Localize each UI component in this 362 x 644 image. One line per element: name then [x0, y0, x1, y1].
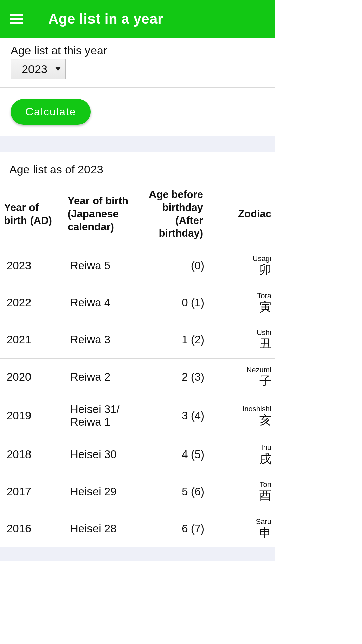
cell-zodiac: Ushi丑 — [208, 321, 275, 359]
zodiac-en: Inu — [215, 443, 272, 451]
year-select-value: 2023 — [22, 63, 47, 76]
cell-ad: 2021 — [0, 321, 64, 359]
col-header-zodiac: Zodiac — [208, 182, 275, 247]
cell-ad: 2018 — [0, 436, 64, 473]
cell-zodiac: Tora寅 — [208, 284, 275, 321]
section-gap — [0, 136, 275, 152]
zodiac-en: Saru — [215, 518, 272, 526]
app-bar: Age list in a year — [0, 0, 275, 38]
cell-age: 4 (5) — [134, 436, 208, 473]
age-table: Year of birth (AD) Year of birth (Japane… — [0, 182, 275, 547]
zodiac-jp: 子 — [215, 374, 272, 388]
cell-age: 1 (2) — [134, 321, 208, 359]
zodiac-jp: 申 — [215, 526, 272, 540]
zodiac-en: Tori — [215, 481, 272, 489]
cell-jp: Heisei 31/ Reiwa 1 — [64, 395, 134, 436]
year-select[interactable]: 2023 — [11, 59, 66, 79]
cell-jp: Heisei 28 — [64, 510, 134, 547]
cell-jp: Heisei 29 — [64, 473, 134, 510]
year-label: Age list at this year — [11, 44, 264, 57]
table-header-row: Year of birth (AD) Year of birth (Japane… — [0, 182, 275, 247]
cell-age: 3 (4) — [134, 395, 208, 436]
cell-jp: Reiwa 5 — [64, 247, 134, 284]
zodiac-en: Tora — [215, 292, 272, 300]
cell-age: (0) — [134, 247, 208, 284]
menu-icon[interactable] — [10, 12, 25, 26]
zodiac-jp: 戌 — [215, 452, 272, 466]
col-header-age: Age before birthday (After birthday) — [134, 182, 208, 247]
cell-zodiac: Inu戌 — [208, 436, 275, 473]
table-row: 2016Heisei 286 (7)Saru申 — [0, 510, 275, 547]
chevron-down-icon — [55, 67, 61, 71]
cell-jp: Heisei 30 — [64, 436, 134, 473]
col-header-ad: Year of birth (AD) — [0, 182, 64, 247]
bottom-strip — [0, 561, 275, 573]
cell-zodiac: Inoshishi亥 — [208, 395, 275, 436]
zodiac-jp: 卯 — [215, 263, 272, 276]
zodiac-en: Inoshishi — [215, 405, 272, 413]
zodiac-en: Nezumi — [215, 366, 272, 374]
cell-age: 5 (6) — [134, 473, 208, 510]
cell-zodiac: Saru申 — [208, 510, 275, 547]
cell-age: 2 (3) — [134, 358, 208, 395]
zodiac-en: Usagi — [215, 255, 272, 263]
table-row: 2022Reiwa 40 (1)Tora寅 — [0, 284, 275, 321]
cell-ad: 2022 — [0, 284, 64, 321]
cell-zodiac: Usagi卯 — [208, 247, 275, 284]
zodiac-jp: 丑 — [215, 337, 272, 351]
cell-jp: Reiwa 4 — [64, 284, 134, 321]
table-row: 2020Reiwa 22 (3)Nezumi子 — [0, 358, 275, 395]
table-row: 2019Heisei 31/ Reiwa 13 (4)Inoshishi亥 — [0, 395, 275, 436]
zodiac-en: Ushi — [215, 329, 272, 337]
cell-zodiac: Tori酉 — [208, 473, 275, 510]
page-title: Age list in a year — [48, 11, 163, 27]
year-section: Age list at this year 2023 — [0, 38, 275, 83]
table-row: 2017Heisei 295 (6)Tori酉 — [0, 473, 275, 510]
cell-ad: 2017 — [0, 473, 64, 510]
cell-ad: 2016 — [0, 510, 64, 547]
col-header-jp: Year of birth (Japanese calendar) — [64, 182, 134, 247]
table-row: 2018Heisei 304 (5)Inu戌 — [0, 436, 275, 473]
cell-age: 0 (1) — [134, 284, 208, 321]
zodiac-jp: 亥 — [215, 413, 272, 427]
cell-ad: 2023 — [0, 247, 64, 284]
result-title: Age list as of 2023 — [0, 152, 275, 182]
cell-jp: Reiwa 2 — [64, 358, 134, 395]
calculate-section: Calculate — [0, 88, 275, 136]
table-row: 2021Reiwa 31 (2)Ushi丑 — [0, 321, 275, 359]
calculate-button[interactable]: Calculate — [11, 99, 91, 125]
cell-age: 6 (7) — [134, 510, 208, 547]
zodiac-jp: 寅 — [215, 300, 272, 314]
zodiac-jp: 酉 — [215, 489, 272, 502]
cell-zodiac: Nezumi子 — [208, 358, 275, 395]
footer-gap — [0, 547, 275, 561]
table-row: 2023Reiwa 5(0)Usagi卯 — [0, 247, 275, 284]
cell-ad: 2019 — [0, 395, 64, 436]
cell-ad: 2020 — [0, 358, 64, 395]
cell-jp: Reiwa 3 — [64, 321, 134, 359]
